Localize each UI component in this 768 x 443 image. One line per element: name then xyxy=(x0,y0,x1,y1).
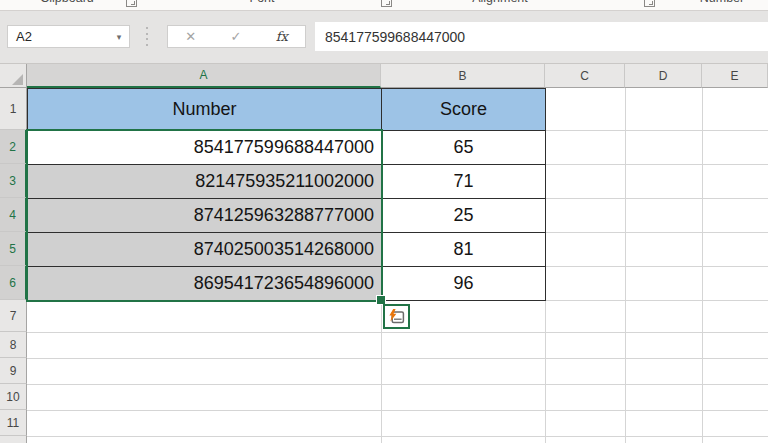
cell-b5[interactable]: 81 xyxy=(381,232,546,267)
row-header-3[interactable]: 3 xyxy=(0,164,27,198)
gridline xyxy=(27,358,768,359)
gridline xyxy=(545,164,768,165)
enter-icon[interactable]: ✓ xyxy=(230,29,241,44)
ribbon-group-font-label: Font xyxy=(249,0,274,5)
gridline xyxy=(545,130,768,131)
column-header-e[interactable]: E xyxy=(702,64,768,88)
gridline xyxy=(27,332,768,333)
formula-bar-separator xyxy=(144,27,150,46)
column-header-a[interactable]: A xyxy=(27,64,381,88)
quick-analysis-button[interactable] xyxy=(383,304,410,329)
quick-analysis-icon xyxy=(388,309,405,324)
cancel-icon[interactable]: ✕ xyxy=(185,29,196,44)
cell-a3[interactable]: 821475935211002000 xyxy=(27,164,382,199)
row-header-2[interactable]: 2 xyxy=(0,130,27,164)
cell-b4[interactable]: 25 xyxy=(381,198,546,233)
gridline xyxy=(545,198,768,199)
name-box-dropdown-icon[interactable]: ▾ xyxy=(109,32,129,42)
row-header-11[interactable]: 11 xyxy=(0,410,27,436)
ribbon-group-number-label: Number xyxy=(700,0,744,5)
row-header-10[interactable]: 10 xyxy=(0,384,27,410)
cell-b2[interactable]: 65 xyxy=(381,130,546,165)
cell-a1[interactable]: Number xyxy=(27,88,382,131)
name-box[interactable]: A2 ▾ xyxy=(7,25,130,48)
name-box-value: A2 xyxy=(8,29,109,44)
cell-b6[interactable]: 96 xyxy=(381,266,546,301)
gridline xyxy=(27,436,768,437)
dialog-launcher-icon[interactable] xyxy=(126,0,137,7)
cell-b1[interactable]: Score xyxy=(381,88,546,131)
gridline xyxy=(545,300,768,301)
dialog-launcher-icon[interactable] xyxy=(644,0,655,7)
gridline xyxy=(27,384,768,385)
row-header-1[interactable]: 1 xyxy=(0,88,27,130)
select-all-corner-icon xyxy=(12,74,23,85)
select-all-button[interactable] xyxy=(0,64,27,88)
cell-a4[interactable]: 874125963288777000 xyxy=(27,198,382,233)
cell-a6[interactable]: 869541723654896000 xyxy=(27,266,382,301)
cell-a2[interactable]: 854177599688447000 xyxy=(27,130,382,165)
row-header-12[interactable]: 12 xyxy=(0,436,27,443)
gridline xyxy=(545,232,768,233)
insert-function-icon[interactable]: fx xyxy=(276,29,288,44)
row-header-7[interactable]: 7 xyxy=(0,300,27,332)
column-header-d[interactable]: D xyxy=(625,64,702,88)
excel-window: Clipboard Font Alignment Number A2 ▾ ✕ ✓… xyxy=(0,0,768,443)
cell-b3[interactable]: 71 xyxy=(381,164,546,199)
ribbon-strip: Clipboard Font Alignment Number xyxy=(0,0,768,10)
dialog-launcher-icon[interactable] xyxy=(381,0,392,7)
formula-bar-buttons: ✕ ✓ fx xyxy=(167,25,306,48)
cell-a5[interactable]: 874025003514268000 xyxy=(27,232,382,267)
row-header-4[interactable]: 4 xyxy=(0,198,27,232)
column-header-b[interactable]: B xyxy=(381,64,545,88)
gridline xyxy=(545,266,768,267)
row-header-8[interactable]: 8 xyxy=(0,332,27,358)
row-header-6[interactable]: 6 xyxy=(0,266,27,300)
formula-input[interactable]: 854177599688447000 xyxy=(315,22,768,51)
ribbon-group-clipboard-label: Clipboard xyxy=(40,0,94,5)
column-header-c[interactable]: C xyxy=(545,64,625,88)
ribbon-group-alignment-label: Alignment xyxy=(472,0,528,5)
row-header-9[interactable]: 9 xyxy=(0,358,27,384)
row-header-5[interactable]: 5 xyxy=(0,232,27,266)
gridline xyxy=(27,410,768,411)
